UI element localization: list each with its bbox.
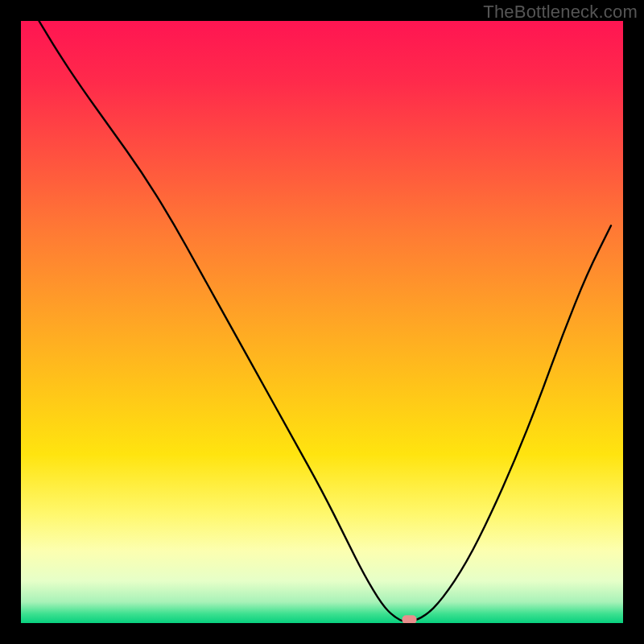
plot-background <box>21 21 623 623</box>
watermark-text: TheBottleneck.com <box>483 2 638 23</box>
optimum-marker <box>402 615 417 623</box>
plot-outer <box>21 21 623 623</box>
chart-svg <box>21 21 623 623</box>
chart-frame: TheBottleneck.com <box>0 0 644 644</box>
